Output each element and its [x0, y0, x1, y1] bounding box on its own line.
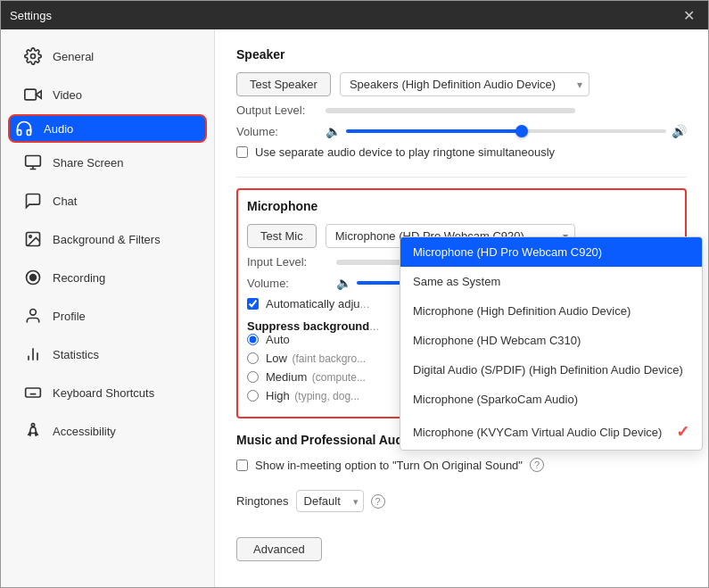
svg-rect-12	[26, 388, 41, 397]
svg-rect-2	[25, 89, 36, 100]
volume-label: Volume:	[236, 125, 317, 138]
gear-icon	[22, 46, 44, 67]
sidebar-item-statistics[interactable]: Statistics	[8, 335, 207, 373]
video-icon	[22, 84, 44, 105]
share-icon	[22, 152, 44, 173]
sidebar-item-sharescreen[interactable]: Share Screen	[8, 144, 207, 181]
accessibility-icon	[22, 420, 44, 442]
slider-thumb	[515, 125, 528, 137]
sidebar-label-audio: Audio	[44, 122, 73, 136]
sidebar-item-audio[interactable]: Audio	[8, 114, 207, 143]
sidebar-label-sharescreen: Share Screen	[53, 156, 124, 170]
speaker-select[interactable]: Speakers (High Definition Audio Device)	[340, 72, 589, 96]
checkmark-icon: ✓	[676, 422, 689, 442]
svg-point-7	[30, 275, 37, 281]
close-button[interactable]: ✕	[678, 4, 699, 26]
radio-high-label[interactable]: High (typing, dog...	[266, 389, 359, 402]
headphone-icon	[13, 118, 35, 139]
dropdown-item-label-6: Microphone (KVYCam Virtual Audio Clip De…	[413, 426, 662, 439]
profile-icon	[22, 305, 44, 327]
radio-medium-label[interactable]: Medium (compute...	[266, 370, 366, 384]
sidebar-item-profile[interactable]: Profile	[8, 297, 207, 335]
main-panel: Speaker Test Speaker Speakers (High Defi…	[215, 29, 708, 587]
output-level-row: Output Level:	[236, 104, 687, 117]
sidebar-item-chat[interactable]: Chat	[8, 182, 207, 219]
sidebar-item-video[interactable]: Video	[8, 76, 207, 113]
radio-medium[interactable]	[247, 371, 259, 383]
sidebar: General Video	[1, 29, 215, 587]
svg-rect-3	[26, 156, 41, 167]
dropdown-item-label-5: Microphone (SparkoCam Audio)	[413, 393, 578, 406]
sidebar-item-accessibility[interactable]: Accessibility	[8, 412, 207, 450]
dropdown-item-label-4: Digital Audio (S/PDIF) (High Definition …	[413, 363, 683, 377]
ringtones-help-icon[interactable]: ?	[371, 494, 385, 509]
ringtones-label: Ringtones	[236, 494, 289, 508]
auto-adjust-checkbox[interactable]	[247, 298, 259, 310]
sidebar-label-video: Video	[53, 88, 82, 102]
slider-fill	[346, 129, 522, 133]
original-sound-label[interactable]: Show in-meeting option to "Turn On Origi…	[255, 459, 523, 472]
content-area: General Video	[1, 29, 708, 587]
advanced-button[interactable]: Advanced	[236, 537, 322, 561]
mic-vol-low-icon: 🔈	[336, 276, 351, 290]
svg-point-8	[30, 310, 37, 316]
recording-icon	[22, 267, 44, 288]
ringtone-checkbox-label[interactable]: Use separate audio device to play ringto…	[255, 145, 555, 159]
dropdown-item-5[interactable]: Microphone (SparkoCam Audio)	[400, 385, 702, 414]
dropdown-item-label-0: Microphone (HD Pro Webcam C920)	[413, 245, 602, 259]
speaker-volume-slider[interactable]: 🔈 🔊	[326, 124, 687, 138]
sidebar-item-recording[interactable]: Recording	[8, 259, 207, 296]
output-level-bar	[326, 108, 575, 113]
volume-low-icon: 🔈	[326, 124, 341, 138]
svg-point-13	[31, 424, 34, 427]
svg-point-5	[29, 236, 32, 238]
sidebar-label-statistics: Statistics	[53, 348, 99, 361]
mic-dropdown: Microphone (HD Pro Webcam C920) Same as …	[400, 236, 703, 451]
keyboard-icon	[22, 382, 44, 403]
speaker-title: Speaker	[236, 47, 687, 62]
sidebar-label-profile: Profile	[53, 310, 86, 323]
dropdown-item-3[interactable]: Microphone (HD Webcam C310)	[400, 326, 702, 355]
radio-auto[interactable]	[247, 334, 259, 345]
sidebar-item-general[interactable]: General	[8, 37, 207, 75]
radio-low[interactable]	[247, 352, 259, 364]
dropdown-item-0[interactable]: Microphone (HD Pro Webcam C920)	[400, 237, 702, 267]
sidebar-item-background[interactable]: Background & Filters	[8, 220, 207, 258]
test-mic-button[interactable]: Test Mic	[247, 224, 317, 248]
statistics-icon	[22, 344, 44, 365]
dropdown-item-4[interactable]: Digital Audio (S/PDIF) (High Definition …	[400, 355, 702, 385]
help-icon[interactable]: ?	[530, 458, 544, 472]
mic-volume-label: Volume:	[247, 277, 327, 290]
test-speaker-button[interactable]: Test Speaker	[236, 72, 331, 96]
separator-1	[236, 177, 687, 178]
speaker-section: Speaker Test Speaker Speakers (High Defi…	[236, 47, 687, 159]
output-level-label: Output Level:	[236, 104, 317, 117]
settings-window: Settings ✕ General	[0, 0, 709, 588]
dropdown-item-label-2: Microphone (High Definition Audio Device…	[413, 304, 631, 318]
speaker-volume-row: Volume: 🔈 🔊	[236, 124, 687, 138]
volume-high-icon: 🔊	[672, 124, 687, 138]
dropdown-item-1[interactable]: Same as System	[400, 267, 702, 296]
dropdown-item-6[interactable]: Microphone (KVYCam Virtual Audio Clip De…	[400, 414, 702, 450]
sidebar-item-keyboard[interactable]: Keyboard Shortcuts	[8, 374, 207, 411]
sidebar-label-accessibility: Accessibility	[53, 425, 116, 438]
ringtones-select-wrap: Default ▾	[296, 490, 364, 512]
radio-high[interactable]	[247, 390, 259, 402]
radio-low-label[interactable]: Low (faint backgro...	[266, 352, 366, 365]
svg-marker-1	[36, 91, 41, 98]
chat-icon	[22, 190, 44, 211]
sidebar-label-general: General	[53, 50, 94, 63]
radio-auto-label[interactable]: Auto	[266, 333, 290, 346]
sidebar-label-recording: Recording	[53, 271, 105, 285]
dropdown-item-2[interactable]: Microphone (High Definition Audio Device…	[400, 296, 702, 326]
auto-adjust-label[interactable]: Automatically adju...	[266, 297, 369, 311]
window-title: Settings	[10, 9, 678, 22]
ringtones-select[interactable]: Default	[296, 490, 364, 512]
sidebar-label-chat: Chat	[53, 195, 77, 208]
original-sound-checkbox[interactable]	[236, 460, 248, 471]
svg-point-0	[31, 54, 36, 59]
ringtones-row: Ringtones Default ▾ ?	[236, 490, 687, 512]
ringtone-checkbox-row: Use separate audio device to play ringto…	[236, 145, 687, 159]
spacer	[236, 521, 687, 528]
ringtone-checkbox[interactable]	[236, 146, 248, 158]
